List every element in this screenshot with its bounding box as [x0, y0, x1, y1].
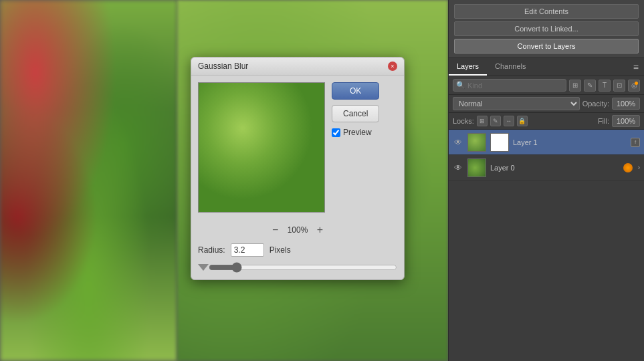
preview-checkbox-label: Preview — [332, 128, 379, 137]
radius-row: Radius: Pixels — [198, 243, 397, 257]
tab-channels[interactable]: Channels — [487, 58, 534, 76]
filter-shape-icon[interactable]: ⊡ — [613, 80, 625, 92]
search-input[interactable] — [467, 82, 563, 90]
preview-checkbox[interactable] — [332, 128, 340, 137]
layers-panel: Layers Channels ≡ 🔍 ⊞ ✎ T ⊡ ◎ Normal — [449, 58, 644, 361]
table-row[interactable]: 👁 Layer 1 f — [449, 130, 644, 155]
dialog-footer: − 100% + Radius: Pixels — [191, 219, 404, 279]
layers-toolbar: 🔍 ⊞ ✎ T ⊡ ◎ — [449, 76, 644, 95]
layer-thumbnail — [467, 133, 486, 152]
context-menu-area: Edit Contents Convert to Linked... Conve… — [449, 0, 644, 58]
dialog-controls: OK Cancel Preview — [332, 82, 379, 213]
locks-label: Locks: — [453, 117, 474, 125]
filter-pixel-icon[interactable]: ✎ — [584, 80, 596, 92]
slider-row — [198, 262, 397, 273]
preview-label: Preview — [343, 128, 372, 137]
opacity-label: Opacity: — [582, 100, 609, 108]
filter-kind-icon[interactable]: ⊞ — [569, 80, 581, 92]
tab-layers[interactable]: Layers — [449, 58, 487, 76]
lock-pixels-icon[interactable]: ⊞ — [477, 116, 488, 126]
convert-to-layers-button[interactable]: Convert to Layers — [454, 39, 639, 53]
search-box[interactable]: 🔍 — [453, 79, 566, 92]
layers-tabs: Layers Channels ≡ — [449, 58, 644, 76]
close-icon[interactable]: × — [388, 62, 397, 71]
fill-value[interactable]: 100% — [612, 115, 640, 127]
zoom-in-button[interactable]: + — [313, 223, 326, 237]
pixels-label: Pixels — [270, 245, 291, 255]
filter-adjustment-icon[interactable]: ◎ — [628, 80, 640, 92]
layer-name: Layer 0 — [490, 164, 619, 172]
cancel-button[interactable]: Cancel — [332, 105, 379, 122]
layer-mask-thumbnail — [490, 133, 509, 152]
ok-button[interactable]: OK — [332, 82, 379, 100]
filter-text-icon[interactable]: T — [599, 80, 611, 92]
dialog-title: Gaussian Blur — [198, 62, 248, 71]
sidebar: Edit Contents Convert to Linked... Conve… — [448, 0, 644, 361]
opacity-value[interactable]: 100% — [612, 98, 640, 110]
layer-circle-icon — [623, 163, 633, 172]
radius-slider[interactable] — [209, 262, 397, 273]
search-icon: 🔍 — [456, 81, 465, 90]
blend-opacity-row: Normal Opacity: 100% — [449, 95, 644, 113]
canvas-area: Gaussian Blur × OK Cancel Preview — [0, 0, 448, 361]
layer-name: Layer 1 — [513, 138, 627, 146]
dialog-body: OK Cancel Preview — [191, 76, 404, 219]
radius-label: Radius: — [198, 245, 225, 255]
expand-icon[interactable]: › — [638, 164, 640, 171]
layer-visibility-icon[interactable]: 👁 — [453, 162, 463, 173]
smart-filter-icon: f — [631, 138, 640, 147]
lock-paint-icon[interactable]: ✎ — [490, 116, 501, 126]
zoom-row: − 100% + — [198, 223, 397, 237]
lock-all-icon[interactable]: 🔒 — [517, 116, 528, 126]
blend-mode-select[interactable]: Normal — [453, 97, 580, 110]
lock-position-icon[interactable]: ↔ — [504, 116, 514, 126]
dialog-preview — [198, 82, 325, 213]
layer-thumbnail — [467, 158, 486, 177]
dialog-title-bar: Gaussian Blur × — [191, 57, 404, 76]
zoom-value: 100% — [288, 225, 308, 235]
dialog-overlay: Gaussian Blur × OK Cancel Preview — [0, 0, 448, 361]
table-row[interactable]: 👁 Layer 0 › — [449, 155, 644, 180]
zoom-out-button[interactable]: − — [269, 223, 282, 237]
gaussian-blur-dialog: Gaussian Blur × OK Cancel Preview — [191, 57, 405, 280]
locks-row: Locks: ⊞ ✎ ↔ 🔒 Fill: 100% — [449, 113, 644, 130]
convert-to-linked-button[interactable]: Convert to Linked... — [454, 21, 639, 36]
layer-list: 👁 Layer 1 f 👁 Layer 0 — [449, 130, 644, 361]
fill-label: Fill: — [598, 117, 609, 125]
slider-arrow-icon — [198, 264, 209, 271]
edit-contents-button[interactable]: Edit Contents — [454, 4, 639, 19]
radius-input[interactable] — [231, 243, 264, 257]
layer-visibility-icon[interactable]: 👁 — [453, 137, 463, 148]
dialog-preview-image — [199, 83, 324, 212]
layers-panel-menu-icon[interactable]: ≡ — [628, 59, 644, 75]
